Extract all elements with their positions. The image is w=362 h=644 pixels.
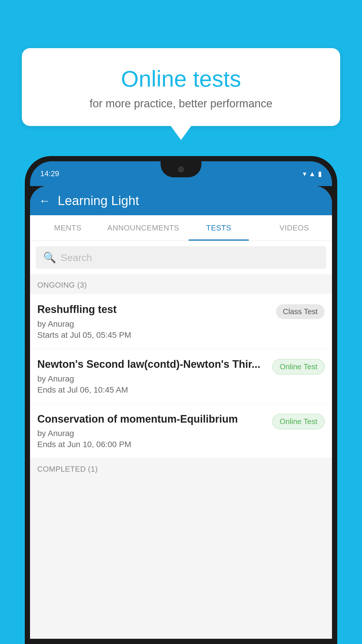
phone-content: 🔍 Search ONGOING (3) Reshuffling test by… (30, 241, 332, 639)
test-name-1: Reshuffling test (37, 303, 270, 316)
test-time-2: Ends at Jul 06, 10:45 AM (37, 385, 266, 395)
test-item-3[interactable]: Conservation of momentum-Equilibrium by … (30, 404, 332, 459)
battery-icon: ▮ (318, 170, 322, 178)
test-info-1: Reshuffling test by Anurag Starts at Jul… (37, 303, 276, 340)
speech-bubble-subtitle: for more practice, better performance (36, 97, 326, 110)
back-button[interactable]: ← (39, 194, 50, 207)
test-badge-1: Class Test (276, 304, 325, 319)
signal-icon: ▲ (309, 170, 316, 178)
test-author-3: by Anurag (37, 429, 266, 438)
tab-announcements[interactable]: ANNOUNCEMENTS (106, 215, 181, 241)
wifi-icon: ▾ (303, 170, 306, 178)
tab-bar: MENTS ANNOUNCEMENTS TESTS VIDEOS (30, 215, 332, 241)
test-info-3: Conservation of momentum-Equilibrium by … (37, 412, 272, 449)
speech-bubble-title: Online tests (36, 66, 326, 92)
status-bar: 14:29 ▾ ▲ ▮ (30, 161, 332, 186)
phone-screen: ← Learning Light MENTS ANNOUNCEMENTS TES… (30, 186, 332, 639)
test-item-1[interactable]: Reshuffling test by Anurag Starts at Jul… (30, 294, 332, 349)
app-bar-title: Learning Light (58, 193, 139, 208)
search-icon: 🔍 (43, 251, 56, 264)
test-time-3: Ends at Jun 10, 06:00 PM (37, 440, 266, 449)
phone-screen-container: 14:29 ▾ ▲ ▮ ← Learning Light MENTS (30, 161, 332, 639)
test-name-2: Newton's Second law(contd)-Newton's Thir… (37, 358, 266, 371)
camera-dot (178, 167, 184, 172)
search-bar: 🔍 Search (30, 241, 332, 274)
test-info-2: Newton's Second law(contd)-Newton's Thir… (37, 358, 272, 395)
test-time-1: Starts at Jul 05, 05:45 PM (37, 330, 270, 340)
search-placeholder: Search (61, 252, 92, 263)
status-time: 14:29 (40, 169, 59, 178)
speech-bubble: Online tests for more practice, better p… (22, 48, 340, 126)
test-name-3: Conservation of momentum-Equilibrium (37, 412, 266, 426)
status-icons: ▾ ▲ ▮ (303, 170, 322, 178)
ongoing-section-header: ONGOING (3) (30, 274, 332, 294)
test-badge-2: Online Test (272, 359, 325, 374)
test-badge-3: Online Test (272, 414, 325, 429)
test-author-1: by Anurag (37, 319, 270, 329)
search-input-wrap[interactable]: 🔍 Search (36, 246, 326, 269)
phone-notch (161, 161, 201, 177)
tab-tests[interactable]: TESTS (181, 215, 256, 241)
test-item-2[interactable]: Newton's Second law(contd)-Newton's Thir… (30, 349, 332, 404)
app-bar: ← Learning Light (30, 186, 332, 215)
test-author-2: by Anurag (37, 374, 266, 384)
test-list: Reshuffling test by Anurag Starts at Jul… (30, 294, 332, 458)
tab-ments[interactable]: MENTS (30, 215, 106, 241)
completed-section-header: COMPLETED (1) (30, 458, 332, 478)
phone-device: 14:29 ▾ ▲ ▮ ← Learning Light MENTS (25, 156, 337, 644)
tab-videos[interactable]: VIDEOS (256, 215, 332, 241)
